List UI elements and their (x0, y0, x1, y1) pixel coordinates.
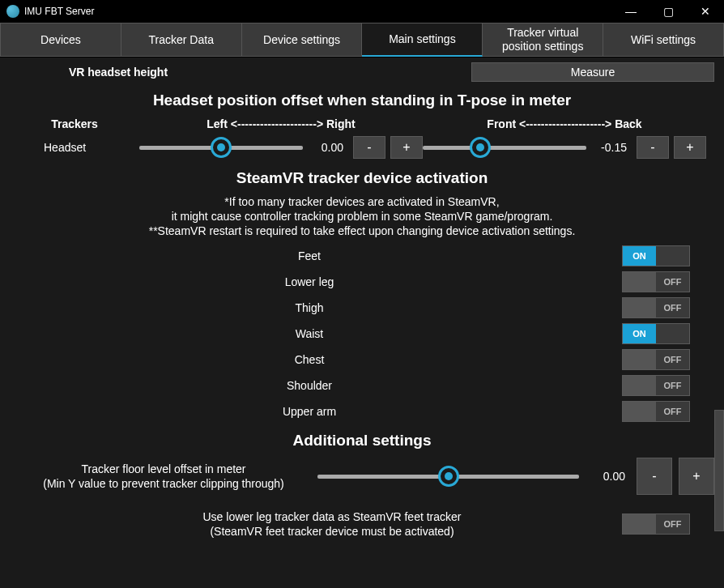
toggle-use-lower-leg[interactable]: OFF (622, 513, 690, 535)
titlebar: IMU FBT Server — ▢ ✕ (0, 0, 724, 23)
value-headset-lr: 0.00 (308, 141, 348, 154)
value-floor-offset: 0.00 (586, 470, 630, 483)
toggle-row-waist: WaistON (10, 323, 714, 344)
tab-devices[interactable]: Devices (0, 23, 121, 57)
activation-section-title: SteamVR tracker device activation (10, 169, 714, 187)
toggle-row-upper-arm: Upper armOFF (10, 401, 714, 422)
toggle-feet[interactable]: ON (622, 245, 690, 266)
toggle-label: Upper arm (10, 405, 560, 418)
toggle-label: Lower leg (10, 275, 560, 288)
additional-section-title: Additional settings (10, 432, 714, 450)
minus-button-floor[interactable]: - (637, 458, 672, 495)
close-button[interactable]: ✕ (687, 0, 724, 23)
app-icon (6, 5, 19, 18)
toggle-label: Waist (10, 327, 560, 340)
plus-button-headset-fb[interactable]: + (674, 136, 706, 159)
offset-row-label: Headset (10, 141, 139, 154)
content: VR headset height Measure Headset positi… (0, 58, 724, 548)
slider-floor-offset[interactable] (317, 464, 579, 488)
toggle-label: Chest (10, 353, 560, 366)
tab-tracker-virtual-position[interactable]: Tracker virtual position settings (483, 23, 603, 57)
use-lower-leg-label: Use lower leg tracker data as SteamVR fe… (10, 509, 622, 539)
col-header-leftright: Left <---------------------> Right (139, 117, 423, 130)
slider-headset-fb[interactable] (423, 135, 586, 160)
toggle-row-lower-leg: Lower legOFF (10, 271, 714, 292)
slider-thumb[interactable] (470, 137, 491, 158)
headset-height-label: VR headset height (10, 66, 236, 79)
plus-button-floor[interactable]: + (679, 458, 714, 495)
measure-button[interactable]: Measure (471, 62, 714, 82)
toggle-row-shoulder: ShoulderOFF (10, 375, 714, 396)
toggle-row-chest: ChestOFF (10, 349, 714, 370)
activation-note-1: *If too many tracker devices are activat… (10, 195, 714, 208)
toggle-row-thigh: ThighOFF (10, 297, 714, 318)
toggle-label: Shoulder (10, 379, 560, 392)
minimize-button[interactable]: — (612, 0, 649, 23)
col-header-frontback: Front <---------------------> Back (423, 117, 706, 130)
tab-tracker-data[interactable]: Tracker Data (121, 23, 242, 57)
toggle-label: Feet (10, 249, 560, 262)
value-headset-fb: -0.15 (591, 141, 632, 154)
tab-bar: Devices Tracker Data Device settings Mai… (0, 23, 724, 58)
maximize-button[interactable]: ▢ (649, 0, 687, 23)
toggle-lower-leg[interactable]: OFF (622, 271, 690, 292)
toggle-upper-arm[interactable]: OFF (622, 401, 690, 422)
window-title: IMU FBT Server (24, 6, 612, 17)
offset-section-title: Headset position offset when standing in… (10, 92, 714, 109)
col-header-trackers: Trackers (10, 117, 139, 130)
toggle-thigh[interactable]: OFF (622, 297, 690, 318)
toggle-label: Thigh (10, 301, 560, 314)
offset-row-headset: Headset 0.00 - + -0.15 - + (10, 135, 714, 160)
tab-wifi-settings[interactable]: WiFi settings (603, 23, 724, 57)
minus-button-headset-fb[interactable]: - (637, 136, 669, 159)
scrollbar[interactable] (714, 410, 724, 531)
plus-button-headset-lr[interactable]: + (390, 136, 423, 159)
toggle-shoulder[interactable]: OFF (622, 375, 690, 396)
toggle-chest[interactable]: OFF (622, 349, 690, 370)
tab-device-settings[interactable]: Device settings (242, 23, 363, 57)
toggle-row-feet: FeetON (10, 245, 714, 266)
floor-offset-label: Tracker floor level offset in meter (Min… (10, 462, 317, 491)
tab-main-settings[interactable]: Main settings (362, 23, 483, 57)
slider-headset-lr[interactable] (139, 135, 303, 160)
minus-button-headset-lr[interactable]: - (353, 136, 385, 159)
slider-thumb[interactable] (438, 466, 459, 487)
activation-note-3: **SteamVR restart is required to take ef… (10, 224, 714, 237)
slider-thumb[interactable] (211, 137, 232, 158)
activation-note-2: it might cause controller tracking probl… (10, 210, 714, 223)
toggle-waist[interactable]: ON (622, 323, 690, 344)
